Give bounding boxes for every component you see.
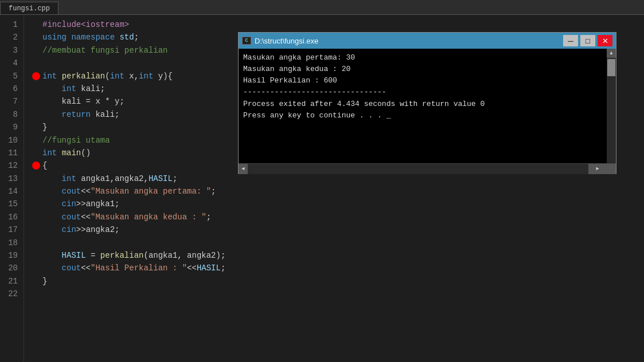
code-text: #include<iostream> [42, 18, 129, 31]
code-line: #include<iostream> [32, 18, 644, 31]
code-line [32, 288, 644, 300]
tab-fungsi-cpp[interactable]: fungsi.cpp [0, 2, 58, 14]
breakpoint-marker [32, 72, 40, 80]
code-text: HASIL = perkalian(angka1, angka2); [42, 249, 225, 262]
console-text-area[interactable]: Masukan angka pertama: 30 Masukan angka … [239, 49, 607, 163]
code-text: int perkalian(int x,int y){ [42, 70, 173, 82]
scroll-thumb[interactable] [607, 59, 615, 76]
code-line: cin>>angka1; [32, 198, 644, 210]
code-line: int angka1,angka2,HASIL; [32, 172, 644, 185]
console-body: Masukan angka pertama: 30 Masukan angka … [239, 49, 616, 163]
minimize-button[interactable]: ─ [563, 35, 578, 46]
code-text: cin>>angka2; [42, 223, 119, 236]
code-text: { [42, 159, 47, 172]
console-title: D:\struct\fungsi.exe [255, 37, 318, 45]
code-line: HASIL = perkalian(angka1, angka2); [32, 249, 644, 262]
console-controls: ─ □ ✕ [563, 35, 612, 46]
code-text: cin>>angka1; [42, 198, 119, 210]
breakpoint-marker [32, 162, 40, 170]
editor: 12345678910111213141516171819202122 #inc… [0, 15, 644, 362]
code-text: //fungsi utama [42, 134, 110, 147]
code-text: //membuat fungsi perkalian [42, 44, 167, 57]
code-text: cout<<"Masukan angka kedua : "; [42, 211, 211, 223]
code-text: cout<<"Masukan angka pertama: "; [42, 185, 216, 198]
console-footer: ◄ ► [239, 163, 616, 174]
console-scrollbar-vertical[interactable]: ▲ [607, 49, 616, 163]
code-text: kali = x * y; [42, 95, 124, 108]
hscroll-track[interactable] [248, 164, 588, 174]
code-text: int main() [42, 147, 91, 159]
console-titlebar-left: C D:\struct\fungsi.exe [242, 37, 318, 45]
code-text: cout<<"Hasil Perkalian : "<<HASIL; [42, 262, 225, 274]
code-line: } [32, 275, 644, 288]
console-window: C D:\struct\fungsi.exe ─ □ ✕ Masukan ang… [238, 32, 616, 174]
scroll-corner [607, 164, 616, 174]
tab-bar: fungsi.cpp [0, 0, 644, 15]
scroll-left-arrow[interactable]: ◄ [239, 164, 248, 174]
console-icon: C [242, 37, 251, 45]
tab-label: fungsi.cpp [9, 5, 50, 13]
code-text: using namespace std; [42, 31, 139, 44]
code-line: cout<<"Masukan angka kedua : "; [32, 211, 644, 223]
close-button[interactable]: ✕ [598, 35, 612, 46]
code-line: cout<<"Masukan angka pertama: "; [32, 185, 644, 198]
scroll-right-arrow[interactable]: ► [588, 164, 607, 174]
line-numbers: 12345678910111213141516171819202122 [0, 15, 24, 362]
code-line: cout<<"Hasil Perkalian : "<<HASIL; [32, 262, 644, 274]
code-line [32, 237, 644, 249]
console-titlebar: C D:\struct\fungsi.exe ─ □ ✕ [239, 33, 616, 49]
code-line: cin>>angka2; [32, 223, 644, 236]
code-text: } [42, 121, 47, 133]
maximize-button[interactable]: □ [580, 35, 595, 46]
console-output: Masukan angka pertama: 30 Masukan angka … [243, 52, 602, 121]
code-text: int kali; [42, 82, 105, 95]
code-text: return kali; [42, 108, 119, 121]
scroll-up-arrow[interactable]: ▲ [607, 49, 616, 58]
code-text: } [42, 275, 47, 288]
code-text: int angka1,angka2,HASIL; [42, 172, 177, 185]
